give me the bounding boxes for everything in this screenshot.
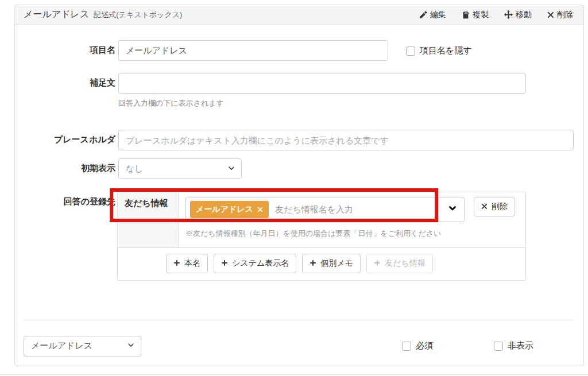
x-icon <box>481 202 488 211</box>
add-friend-info-button[interactable]: 友だち情報 <box>366 254 433 273</box>
section-divider <box>24 320 575 320</box>
friend-info-row: 友だち情報 メールアドレス 友だち情報名を入力 <box>118 192 525 248</box>
move-icon <box>504 10 513 19</box>
chevron-down-icon <box>127 341 135 351</box>
placeholder-row: プレースホルダ <box>24 130 575 150</box>
pencil-icon <box>419 11 427 19</box>
edit-button[interactable]: 編集 <box>419 10 446 20</box>
friend-info-delete-button[interactable]: 削除 <box>474 197 515 216</box>
card-body: 項目名 項目名を隠す 補足文 回答入力欄の下に表示されます プレースホルダ <box>15 25 583 356</box>
initial-display-row: 初期表示 なし <box>24 158 575 179</box>
item-name-row: 項目名 項目名を隠す <box>24 40 575 61</box>
add-destination-buttons: 本名 システム表示名 個別メモ 友だち情報 <box>118 248 525 280</box>
supplement-label: 補足文 <box>24 73 115 88</box>
plus-icon <box>221 259 228 268</box>
plus-icon <box>310 259 316 268</box>
hide-item-name-label: 項目名を隠す <box>420 45 472 56</box>
plus-icon <box>374 259 381 268</box>
field-editor-card: メールアドレス 記述式(テキストボックス) 編集 複製 移動 削除 項目名 <box>14 5 584 366</box>
required-group: 必須 <box>402 340 433 351</box>
tag-input-placeholder: 友だち情報名を入力 <box>275 204 353 215</box>
initial-display-label: 初期表示 <box>24 158 115 174</box>
email-tag: メールアドレス <box>190 201 269 218</box>
friend-info-tag-select[interactable]: メールアドレス 友だち情報名を入力 <box>185 197 465 222</box>
delete-button[interactable]: 削除 <box>547 10 573 20</box>
item-name-input[interactable] <box>118 40 388 61</box>
card-header: メールアドレス 記述式(テキストボックス) 編集 複製 移動 削除 <box>15 5 583 25</box>
required-checkbox[interactable] <box>402 342 411 351</box>
field-type-label: 記述式(テキストボックス) <box>94 10 182 20</box>
field-title: メールアドレス <box>24 9 89 21</box>
tag-select-chevron-down-icon[interactable] <box>448 204 457 215</box>
placeholder-input[interactable] <box>118 130 574 150</box>
hidden-group: 非表示 <box>494 340 533 351</box>
paste-icon <box>462 11 470 19</box>
field-type-select[interactable]: メールアドレス <box>24 336 141 356</box>
placeholder-label: プレースホルダ <box>24 130 115 145</box>
friend-info-note: ※友だち情報種別（年月日）を使用の場合は要素「日付」をご利用ください <box>185 227 467 241</box>
chevron-down-icon <box>227 164 235 174</box>
add-real-name-button[interactable]: 本名 <box>166 254 208 273</box>
move-button[interactable]: 移動 <box>504 10 532 20</box>
supplement-help-text: 回答入力欄の下に表示されます <box>118 98 526 108</box>
plus-icon <box>173 259 180 268</box>
page-bottom-divider <box>0 374 588 375</box>
required-label: 必須 <box>416 340 433 351</box>
supplement-row: 補足文 回答入力欄の下に表示されます <box>24 73 575 108</box>
registration-panel: 友だち情報 メールアドレス 友だち情報名を入力 <box>117 192 526 281</box>
hidden-checkbox[interactable] <box>494 342 503 351</box>
footer-row: メールアドレス 必須 非表示 <box>24 336 575 356</box>
duplicate-button[interactable]: 複製 <box>462 10 489 20</box>
registration-row: 回答の登録先 友だち情報 メールアドレス 友だち情報名を入力 <box>24 192 575 281</box>
x-icon <box>547 11 554 18</box>
friend-info-row-label: 友だち情報 <box>118 192 179 247</box>
item-name-label: 項目名 <box>24 40 115 56</box>
hide-item-name-group: 項目名を隠す <box>406 40 472 56</box>
initial-display-select[interactable]: なし <box>118 158 242 179</box>
add-system-display-name-button[interactable]: システム表示名 <box>214 254 296 273</box>
supplement-input[interactable] <box>118 73 526 94</box>
tag-remove-x-icon[interactable] <box>257 207 263 212</box>
hide-item-name-checkbox[interactable] <box>406 46 415 56</box>
hidden-label: 非表示 <box>508 340 533 351</box>
header-actions: 編集 複製 移動 削除 <box>419 10 573 20</box>
registration-label: 回答の登録先 <box>24 192 115 207</box>
add-individual-memo-button[interactable]: 個別メモ <box>302 254 361 273</box>
friend-info-main-cell: メールアドレス 友だち情報名を入力 削除 ※友だち情報種 <box>179 192 525 247</box>
